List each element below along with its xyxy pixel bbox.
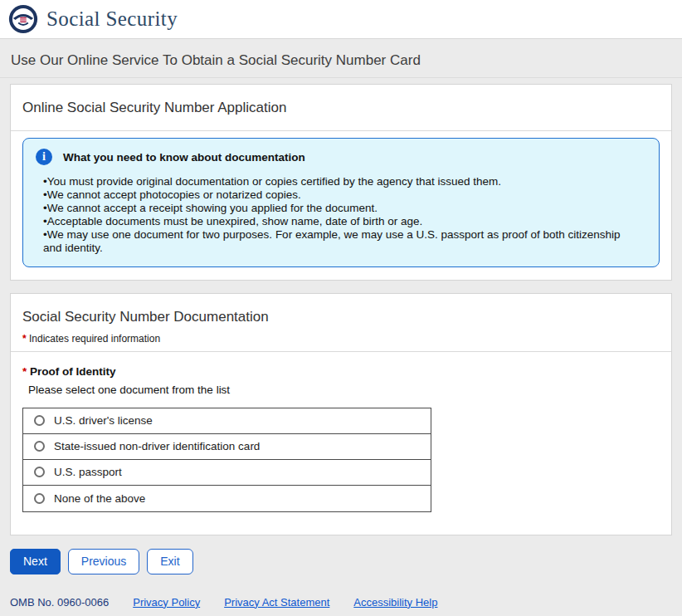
required-note-text: Indicates required information [29, 333, 160, 345]
info-bullet: You must provide original documentation … [43, 175, 641, 188]
info-box-header: i What you need to know about documentat… [36, 149, 646, 165]
option-label: None of the above [54, 492, 145, 505]
select-document-hint: Please select one document from the list [28, 384, 660, 396]
option-label: U.S. passport [54, 466, 122, 478]
brand-title: Social Security [46, 7, 178, 31]
info-box-title: What you need to know about documentatio… [63, 151, 305, 164]
radio-button[interactable] [34, 493, 45, 504]
option-label: U.S. driver's license [54, 414, 153, 427]
privacy-policy-link[interactable]: Privacy Policy [133, 596, 200, 609]
option-row-drivers-license[interactable]: U.S. driver's license [23, 408, 431, 434]
radio-button[interactable] [34, 415, 45, 426]
application-panel: Online Social Security Number Applicatio… [10, 84, 672, 281]
top-brand-bar: Social Security [0, 0, 682, 39]
previous-button[interactable]: Previous [68, 549, 139, 574]
option-row-us-passport[interactable]: U.S. passport [23, 460, 431, 486]
page-title: Use Our Online Service To Obtain a Socia… [11, 52, 421, 68]
info-bullet: Acceptable documents must be unexpired, … [43, 215, 641, 228]
required-asterisk: * [22, 333, 27, 345]
action-button-row: Next Previous Exit [10, 549, 672, 574]
option-label: State-issued non-driver identification c… [54, 440, 260, 452]
required-asterisk: * [22, 365, 27, 378]
exit-button[interactable]: Exit [147, 549, 192, 574]
proof-of-identity-label-text: Proof of Identity [30, 365, 116, 378]
documentation-panel: Social Security Number Documentation * I… [10, 293, 672, 535]
info-bullet-list: You must provide original documentation … [36, 175, 646, 255]
omb-number: OMB No. 0960-0066 [10, 596, 109, 609]
option-row-none-of-the-above[interactable]: None of the above [23, 486, 431, 511]
radio-button[interactable] [34, 467, 45, 477]
info-bullet: We cannot accept a receipt showing you a… [43, 202, 641, 215]
panel2-body: * Proof of Identity Please select one do… [11, 352, 671, 535]
info-icon: i [36, 149, 52, 165]
privacy-act-statement-link[interactable]: Privacy Act Statement [224, 596, 329, 609]
footer-link-bar: OMB No. 0960-0066 Privacy Policy Privacy… [10, 596, 672, 609]
panel2-title: Social Security Number Documentation [11, 294, 671, 330]
proof-of-identity-label: * Proof of Identity [22, 365, 660, 378]
radio-button[interactable] [34, 441, 45, 452]
ssa-seal-logo [8, 4, 38, 34]
identity-document-option-list: U.S. driver's license State-issued non-d… [22, 408, 431, 512]
required-information-note: * Indicates required information [11, 330, 671, 352]
page-title-strip: Use Our Online Service To Obtain a Socia… [0, 39, 682, 78]
documentation-info-box: i What you need to know about documentat… [22, 138, 660, 267]
accessibility-help-link[interactable]: Accessibility Help [353, 596, 437, 609]
next-button[interactable]: Next [10, 549, 61, 574]
info-bullet: We may use one document for two purposes… [43, 228, 641, 255]
panel1-title: Online Social Security Number Applicatio… [11, 85, 671, 131]
panel1-body: i What you need to know about documentat… [11, 131, 671, 280]
option-row-state-id[interactable]: State-issued non-driver identification c… [23, 434, 431, 460]
info-bullet: We cannot accept photocopies or notarize… [43, 188, 641, 202]
